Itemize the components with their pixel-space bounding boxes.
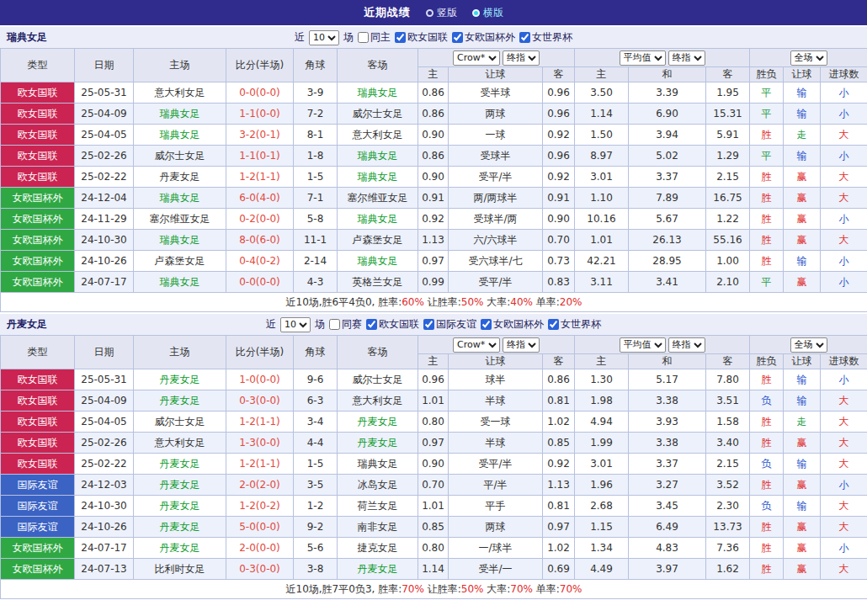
home-team-cell[interactable]: 威尔士女足: [134, 412, 226, 433]
eu-away-odds-cell: 15.31: [706, 104, 750, 125]
filter-checkbox[interactable]: [423, 319, 434, 330]
away-team-cell[interactable]: 冰岛女足: [338, 475, 418, 496]
away-team-cell[interactable]: 塞尔维亚女足: [338, 188, 418, 209]
handicap-result-cell: 赢: [784, 433, 821, 454]
result-cell: 胜: [750, 559, 784, 580]
home-team-cell[interactable]: 丹麦女足: [134, 496, 226, 517]
filter-option[interactable]: 欧女国联: [366, 317, 419, 332]
column-header-ah-away: 客: [543, 67, 575, 82]
away-team-cell[interactable]: 瑞典女足: [338, 454, 418, 475]
home-team-cell[interactable]: 丹麦女足: [134, 167, 226, 188]
away-team-cell[interactable]: 丹麦女足: [338, 559, 418, 580]
filter-checkbox[interactable]: [366, 319, 377, 330]
away-team-cell[interactable]: 丹麦女足: [338, 412, 418, 433]
radio-vertical-layout[interactable]: 竖版: [426, 6, 457, 20]
home-team-cell[interactable]: 丹麦女足: [134, 390, 226, 412]
filter-option[interactable]: 欧女国联: [395, 30, 448, 45]
date-cell: 25-04-09: [75, 390, 134, 412]
filter-checkbox[interactable]: [395, 32, 406, 43]
handicap-result-cell: 输: [784, 496, 821, 517]
odds-stage-select[interactable]: 终指: [503, 337, 540, 353]
odds-company-select[interactable]: Crow*: [453, 337, 500, 353]
handicap-result-cell: 走: [784, 412, 821, 433]
home-team-cell[interactable]: 丹麦女足: [134, 369, 226, 390]
home-team-cell[interactable]: 比利时女足: [134, 559, 226, 580]
ah-home-odds-cell: 0.70: [418, 475, 449, 496]
away-team-cell[interactable]: 丹麦女足: [338, 433, 418, 454]
ah-away-odds-cell: 0.92: [543, 167, 575, 188]
home-team-cell[interactable]: 威尔士女足: [134, 146, 226, 167]
filter-option[interactable]: 女世界杯: [548, 317, 601, 332]
filter-option[interactable]: 女欧国杯外: [481, 317, 544, 332]
odds-stage-select[interactable]: 终指: [503, 50, 540, 66]
ah-home-odds-cell: 1.01: [418, 390, 449, 412]
away-team-cell[interactable]: 英格兰女足: [338, 272, 418, 293]
filter-checkbox[interactable]: [358, 32, 369, 43]
home-team-cell[interactable]: 塞尔维亚女足: [134, 209, 226, 230]
results-table: 类型 日期 主场 比分(半场) 角球 客场 Crow* 终指 平均值: [0, 48, 867, 312]
away-team-cell[interactable]: 卢森堡女足: [338, 230, 418, 251]
filter-option[interactable]: 同主: [358, 30, 391, 45]
away-team-cell[interactable]: 瑞典女足: [338, 209, 418, 230]
home-team-cell[interactable]: 丹麦女足: [134, 517, 226, 538]
home-team-cell[interactable]: 意大利女足: [134, 82, 226, 104]
away-team-cell[interactable]: 瑞典女足: [338, 82, 418, 104]
recent-count-select[interactable]: 10: [309, 30, 339, 45]
eu-away-odds-cell: 1.62: [706, 559, 750, 580]
filter-checkbox[interactable]: [519, 32, 530, 43]
home-team-cell[interactable]: 卢森堡女足: [134, 251, 226, 272]
euro-stage-select[interactable]: 终指: [668, 50, 705, 66]
handicap-result-cell: 输: [784, 146, 821, 167]
scope-select[interactable]: 全场: [790, 337, 827, 353]
summary-row: 近10场,胜6平4负0, 胜率:60% 让胜率:50% 大率:40% 单率:20…: [1, 293, 867, 312]
filter-checkbox[interactable]: [481, 319, 492, 330]
filter-checkbox[interactable]: [452, 32, 463, 43]
goals-cell: 大: [821, 167, 867, 188]
filter-option[interactable]: 同赛: [329, 317, 362, 332]
away-team-cell[interactable]: 瑞典女足: [338, 167, 418, 188]
filter-option[interactable]: 国际友谊: [423, 317, 476, 332]
eu-home-odds-cell: 4.49: [575, 559, 629, 580]
eu-draw-odds-cell: 7.89: [629, 188, 706, 209]
away-team-cell[interactable]: 意大利女足: [338, 390, 418, 412]
date-cell: 24-12-03: [75, 475, 134, 496]
home-team-cell[interactable]: 瑞典女足: [134, 104, 226, 125]
table-row: 欧女国联 25-04-05 威尔士女足 1-2(1-1) 3-4 丹麦女足 0.…: [1, 412, 867, 433]
euro-company-select[interactable]: 平均值: [620, 337, 666, 353]
away-team-cell[interactable]: 荷兰女足: [338, 496, 418, 517]
away-team-cell[interactable]: 捷克女足: [338, 538, 418, 559]
odds-company-select[interactable]: Crow*: [453, 50, 500, 66]
home-team-cell[interactable]: 瑞典女足: [134, 125, 226, 146]
filter-checkbox[interactable]: [548, 319, 559, 330]
euro-stage-select[interactable]: 终指: [668, 337, 705, 353]
home-team-cell[interactable]: 瑞典女足: [134, 230, 226, 251]
away-team-cell[interactable]: 南非女足: [338, 517, 418, 538]
away-team-cell[interactable]: 瑞典女足: [338, 146, 418, 167]
away-team-cell[interactable]: 威尔士女足: [338, 104, 418, 125]
date-cell: 25-04-09: [75, 104, 134, 125]
away-team-cell[interactable]: 瑞典女足: [338, 251, 418, 272]
filter-option[interactable]: 女世界杯: [519, 30, 572, 45]
home-team-cell[interactable]: 意大利女足: [134, 433, 226, 454]
eu-away-odds-cell: 3.51: [706, 390, 750, 412]
away-team-cell[interactable]: 意大利女足: [338, 125, 418, 146]
home-team-cell[interactable]: 瑞典女足: [134, 188, 226, 209]
corner-cell: 7-2: [294, 104, 338, 125]
scope-select[interactable]: 全场: [790, 50, 827, 66]
home-team-cell[interactable]: 丹麦女足: [134, 454, 226, 475]
recent-count-select[interactable]: 10: [280, 317, 311, 332]
home-team-cell[interactable]: 丹麦女足: [134, 475, 226, 496]
filter-checkbox[interactable]: [329, 319, 340, 330]
league-badge: 欧女国联: [1, 82, 75, 104]
euro-company-select[interactable]: 平均值: [620, 50, 666, 66]
away-team-cell[interactable]: 威尔士女足: [338, 369, 418, 390]
eu-home-odds-cell: 1.14: [575, 104, 629, 125]
eu-away-odds-cell: 2.15: [706, 167, 750, 188]
filter-option[interactable]: 女欧国杯外: [452, 30, 515, 45]
home-team-cell[interactable]: 丹麦女足: [134, 538, 226, 559]
team-name: 丹麦女足: [7, 314, 47, 335]
radio-horizontal-layout[interactable]: 横版: [472, 6, 503, 20]
home-team-cell[interactable]: 瑞典女足: [134, 272, 226, 293]
result-cell: 平: [750, 82, 784, 104]
ah-home-odds-cell: 0.97: [418, 433, 449, 454]
